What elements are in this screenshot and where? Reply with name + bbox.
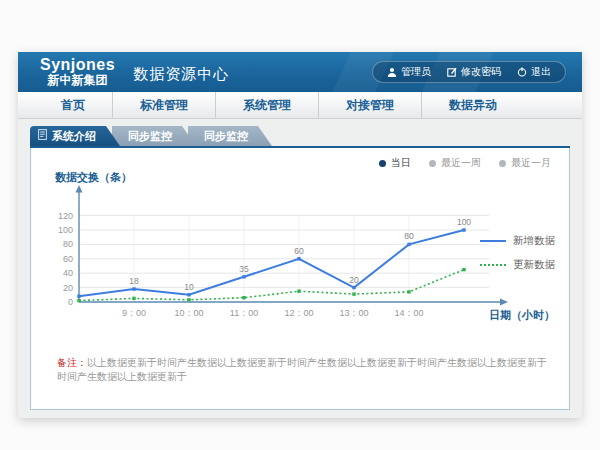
filter-last-month[interactable]: 最近一月 <box>499 156 551 170</box>
page-title: 数据资源中心 <box>133 65 229 84</box>
data-point-label: 60 <box>294 246 304 256</box>
footnote-prefix: 备注： <box>57 357 87 368</box>
legend-line-dotted-icon <box>480 264 506 266</box>
filter-label: 最近一周 <box>441 156 481 170</box>
x-tick-label: 12：00 <box>284 308 313 318</box>
legend-line-solid-icon <box>480 240 506 242</box>
nav-item-integration-management[interactable]: 对接管理 <box>319 92 422 118</box>
data-point <box>462 268 465 271</box>
tab-sync-monitor-1[interactable]: 同步监控 <box>112 126 196 146</box>
page-container: Synjones 新中新集团 数据资源中心 管理员 修改密码 退出 <box>18 52 582 418</box>
chart-legend: 新增数据 更新数据 <box>480 234 555 272</box>
range-filters: 当日 最近一周 最近一月 <box>379 156 551 170</box>
x-tick-label: 11：00 <box>230 308 258 318</box>
data-point <box>462 228 465 231</box>
user-icon <box>387 67 397 77</box>
change-password-label: 修改密码 <box>461 65 501 79</box>
data-point <box>132 297 135 300</box>
data-point-label: 35 <box>239 264 249 274</box>
legend-label: 更新数据 <box>513 258 555 272</box>
y-tick-label: 20 <box>63 283 73 293</box>
line-chart: 0204060801001209：0010：0011：0012：0013：001… <box>49 184 519 334</box>
x-tick-label: 9：00 <box>122 308 146 318</box>
legend-entry-updated-data[interactable]: 更新数据 <box>480 258 555 272</box>
y-tick-label: 0 <box>68 297 73 307</box>
edit-icon <box>447 67 457 77</box>
data-point <box>352 292 355 295</box>
data-point-label: 100 <box>457 217 471 227</box>
tab-label: 同步监控 <box>128 126 172 146</box>
data-point-label: 80 <box>404 231 414 241</box>
data-point <box>77 295 80 298</box>
x-axis-arrow-icon <box>500 299 508 306</box>
data-point <box>77 299 80 302</box>
radio-dot-icon <box>429 160 436 167</box>
data-point <box>187 298 190 301</box>
current-user-label: 管理员 <box>401 65 431 79</box>
data-point <box>297 257 300 260</box>
user-toolbar: 管理员 修改密码 退出 <box>372 61 566 83</box>
y-tick-label: 100 <box>58 225 73 235</box>
radio-dot-icon <box>379 160 386 167</box>
data-point-label: 10 <box>184 282 194 292</box>
app-header: Synjones 新中新集团 数据资源中心 管理员 修改密码 退出 <box>18 52 582 92</box>
filter-label: 当日 <box>391 156 411 170</box>
y-axis-title: 数据交换（条） <box>55 170 132 185</box>
footnote: 备注：以上数据更新于时间产生数据以上数据更新于时间产生数据以上数据更新于时间产生… <box>57 356 549 384</box>
data-point <box>132 287 135 290</box>
tab-system-intro[interactable]: 系统介绍 <box>30 126 120 146</box>
data-point <box>242 296 245 299</box>
data-point <box>297 290 300 293</box>
legend-label: 新增数据 <box>513 234 555 248</box>
x-tick-label: 13：00 <box>339 308 368 318</box>
x-tick-label: 10：00 <box>174 308 203 318</box>
tab-strip: 系统介绍 同步监控 同步监控 <box>30 128 570 148</box>
y-tick-label: 80 <box>63 239 73 249</box>
y-tick-label: 40 <box>63 268 73 278</box>
nav-item-home[interactable]: 首页 <box>34 92 113 118</box>
data-point <box>407 290 410 293</box>
nav-item-standard-management[interactable]: 标准管理 <box>113 92 216 118</box>
logo-text-en: Synjones <box>40 57 115 74</box>
y-tick-label: 60 <box>63 254 73 264</box>
power-icon <box>517 67 527 77</box>
tab-label: 同步监控 <box>204 126 248 146</box>
main-nav: 首页 标准管理 系统管理 对接管理 数据异动 <box>18 92 582 119</box>
data-point <box>407 243 410 246</box>
chart-panel: 当日 最近一周 最近一月 数据交换（条） 0204060801001209：00… <box>30 148 570 410</box>
logout-label: 退出 <box>531 65 551 79</box>
nav-item-data-changes[interactable]: 数据异动 <box>422 92 524 118</box>
y-tick-label: 120 <box>58 211 73 221</box>
data-point <box>242 275 245 278</box>
data-point-label: 20 <box>349 275 359 285</box>
tab-label: 系统介绍 <box>52 126 96 146</box>
current-user[interactable]: 管理员 <box>387 65 431 79</box>
nav-item-system-management[interactable]: 系统管理 <box>216 92 319 118</box>
x-tick-label: 14：00 <box>394 308 423 318</box>
company-logo: Synjones 新中新集团 <box>40 57 115 86</box>
filter-label: 最近一月 <box>511 156 551 170</box>
document-icon <box>38 126 47 146</box>
logout-button[interactable]: 退出 <box>517 65 551 79</box>
filter-last-week[interactable]: 最近一周 <box>429 156 481 170</box>
change-password-button[interactable]: 修改密码 <box>447 65 501 79</box>
legend-entry-new-data[interactable]: 新增数据 <box>480 234 555 248</box>
tab-sync-monitor-2[interactable]: 同步监控 <box>188 126 272 146</box>
data-point <box>187 293 190 296</box>
logo-text-cn: 新中新集团 <box>40 74 115 87</box>
data-point-label: 18 <box>129 276 139 286</box>
data-point <box>352 286 355 289</box>
radio-dot-icon <box>499 160 506 167</box>
footnote-text: 以上数据更新于时间产生数据以上数据更新于时间产生数据以上数据更新于时间产生数据以… <box>57 357 547 382</box>
content-area: 系统介绍 同步监控 同步监控 当日 最近一周 <box>18 119 582 410</box>
filter-today[interactable]: 当日 <box>379 156 411 170</box>
x-axis-title: 日期（小时） <box>489 308 555 323</box>
y-axis-arrow-icon <box>76 185 83 193</box>
